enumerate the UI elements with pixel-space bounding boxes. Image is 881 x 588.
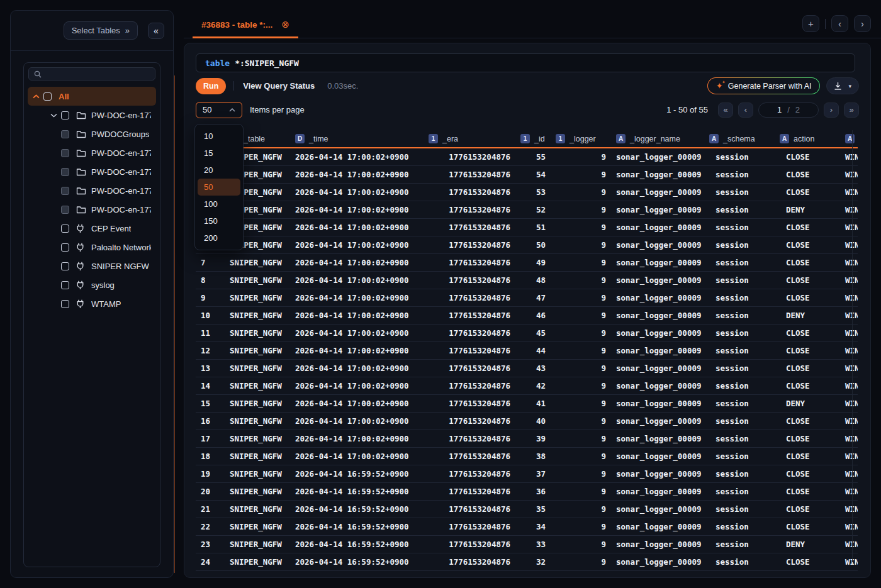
table-row[interactable]: 21SNIPER_NGFW2026-04-14 16:59:52+0900177…	[196, 501, 858, 518]
checkbox[interactable]	[61, 281, 69, 289]
chevron-up-icon	[229, 108, 235, 112]
column-header-logger[interactable]: 1_logger	[551, 134, 611, 143]
column-header-action[interactable]: Aaction	[775, 134, 840, 143]
download-options-caret-icon[interactable]: ▾	[848, 83, 851, 89]
vertical-scrollbar[interactable]	[852, 130, 853, 562]
table-row[interactable]: 4SNIPER_NGFW2026-04-14 17:00:02+09001776…	[196, 201, 858, 219]
tree-item-sniper-ngfw[interactable]: SNIPER NGFW	[28, 257, 156, 275]
table-row[interactable]: 22SNIPER_NGFW2026-04-14 16:59:52+0900177…	[196, 518, 858, 536]
table-row[interactable]: 10SNIPER_NGFW2026-04-14 17:00:02+0900177…	[196, 307, 858, 325]
items-per-page-select[interactable]: 50	[196, 102, 242, 118]
checkbox[interactable]	[61, 168, 69, 176]
next-page-button[interactable]: ›	[824, 103, 839, 118]
items-per-page-option-150[interactable]: 150	[198, 213, 240, 230]
column-header-schema[interactable]: A_schema	[704, 134, 775, 143]
panel-resizer-handle[interactable]	[174, 75, 175, 573]
items-per-page-option-100[interactable]: 100	[198, 196, 240, 213]
checkbox[interactable]	[61, 262, 69, 270]
collapse-caret-icon[interactable]	[33, 94, 43, 99]
column-header-extra[interactable]: Ac	[840, 134, 858, 143]
tree-item-pw-doc-en-17757[interactable]: PW-DOC-en-17757	[28, 200, 156, 219]
expand-caret-icon[interactable]	[50, 113, 60, 118]
items-per-page-option-20[interactable]: 20	[198, 162, 240, 179]
new-tab-button[interactable]: +	[802, 15, 819, 32]
cell-schema: session	[704, 434, 775, 443]
column-header-era[interactable]: 1_era	[424, 134, 515, 143]
items-per-page-option-200[interactable]: 200	[198, 230, 240, 247]
tree-item-wtamp[interactable]: WTAMP	[28, 294, 156, 313]
checkbox[interactable]	[61, 149, 69, 157]
download-button[interactable]: ▾	[826, 77, 859, 94]
table-row[interactable]: 9SNIPER_NGFW2026-04-14 17:00:02+09001776…	[196, 289, 858, 307]
table-row[interactable]: 19SNIPER_NGFW2026-04-14 16:59:52+0900177…	[196, 465, 858, 483]
table-row[interactable]: 6SNIPER_NGFW2026-04-14 17:00:02+09001776…	[196, 236, 858, 254]
checkbox[interactable]	[61, 243, 69, 252]
checkbox[interactable]	[43, 92, 52, 101]
first-page-button[interactable]: «	[718, 103, 733, 118]
query-input[interactable]: table *:SNIPER_NGFW	[196, 53, 855, 72]
cell-extra: WINS	[840, 346, 858, 355]
items-per-page-option-50[interactable]: 50	[198, 179, 240, 196]
checkbox[interactable]	[61, 300, 69, 308]
tree-item-syslog[interactable]: syslog	[28, 275, 156, 294]
cell-schema: session	[704, 557, 775, 567]
checkbox[interactable]	[61, 111, 69, 119]
table-row[interactable]: 11SNIPER_NGFW2026-04-14 17:00:02+0900177…	[196, 325, 858, 342]
checkbox[interactable]	[61, 225, 69, 233]
table-search-input[interactable]	[45, 70, 150, 79]
cell-extra: WINS	[840, 522, 858, 531]
items-per-page-option-15[interactable]: 15	[198, 145, 240, 162]
cell-action: CLOSE	[775, 170, 840, 179]
prev-page-button[interactable]: ‹	[738, 103, 753, 118]
view-query-status-link[interactable]: View Query Status	[243, 81, 315, 91]
close-tab-icon[interactable]: ⊗	[281, 19, 289, 30]
table-row[interactable]: 14SNIPER_NGFW2026-04-14 17:00:02+0900177…	[196, 377, 858, 395]
last-page-button[interactable]: »	[844, 103, 859, 118]
table-row[interactable]: 3SNIPER_NGFW2026-04-14 17:00:02+09001776…	[196, 184, 858, 201]
scroll-tabs-left-button[interactable]: ‹	[831, 15, 848, 32]
table-row[interactable]: 24SNIPER_NGFW2026-04-14 16:59:52+0900177…	[196, 553, 858, 571]
tree-item-pw-doc-en-17757[interactable]: PW-DOC-en-17757	[28, 106, 156, 125]
table-row[interactable]: 17SNIPER_NGFW2026-04-14 17:00:02+0900177…	[196, 430, 858, 448]
tree-item-pw-doc-en-17757[interactable]: PW-DOC-en-17757	[28, 162, 156, 181]
cell-id: 48	[515, 275, 551, 285]
table-row[interactable]: 16SNIPER_NGFW2026-04-14 17:00:02+0900177…	[196, 413, 858, 430]
table-search[interactable]	[28, 67, 155, 80]
collapse-sidebar-button[interactable]: «	[148, 23, 164, 39]
select-tables-button[interactable]: Select Tables »	[64, 21, 138, 40]
table-row[interactable]: 15SNIPER_NGFW2026-04-14 17:00:02+0900177…	[196, 395, 858, 413]
checkbox[interactable]	[61, 130, 69, 138]
pagination-row: 50 Items per page 1 - 50 of 55 « ‹ 1 / 2	[196, 101, 859, 118]
scroll-tabs-right-button[interactable]: ›	[854, 15, 871, 32]
column-header-time[interactable]: D_time	[290, 134, 424, 143]
tree-item-all[interactable]: All	[28, 87, 156, 106]
table-row[interactable]: 8SNIPER_NGFW2026-04-14 17:00:02+09001776…	[196, 272, 858, 289]
query-tab[interactable]: #36883 - table *:... ⊗	[193, 11, 298, 38]
tree-item-pwdocgroups[interactable]: PWDOCGroups	[28, 125, 156, 143]
active-tab-underline	[193, 36, 298, 38]
table-row[interactable]: 12SNIPER_NGFW2026-04-14 17:00:02+0900177…	[196, 342, 858, 360]
column-header-id[interactable]: 1_id	[515, 134, 551, 143]
items-per-page-option-10[interactable]: 10	[198, 128, 240, 145]
checkbox[interactable]	[61, 206, 69, 214]
cell-id: 35	[515, 504, 551, 514]
run-button[interactable]: Run	[196, 78, 226, 94]
tree-item-pw-doc-en-17757[interactable]: PW-DOC-en-17757	[28, 143, 156, 162]
checkbox[interactable]	[61, 187, 69, 195]
tree-item-pw-doc-en-17757[interactable]: PW-DOC-en-17757	[28, 181, 156, 200]
table-row[interactable]: 5SNIPER_NGFW2026-04-14 17:00:02+09001776…	[196, 219, 858, 236]
table-row[interactable]: 20SNIPER_NGFW2026-04-14 16:59:52+0900177…	[196, 483, 858, 501]
table-row[interactable]: 1SNIPER_NGFW2026-04-14 17:00:02+09001776…	[196, 148, 858, 166]
tree-item-cep-event[interactable]: CEP Event	[28, 219, 156, 238]
table-row[interactable]: 7SNIPER_NGFW2026-04-14 17:00:02+09001776…	[196, 254, 858, 272]
table-row[interactable]: 13SNIPER_NGFW2026-04-14 17:00:02+0900177…	[196, 360, 858, 377]
page-number-field[interactable]: 1 / 2	[758, 103, 819, 118]
table-row[interactable]: 2SNIPER_NGFW2026-04-14 17:00:02+09001776…	[196, 166, 858, 184]
table-row[interactable]: 18SNIPER_NGFW2026-04-14 17:00:02+0900177…	[196, 448, 858, 465]
tree-item-paloalto-networks-n[interactable]: Paloalto Networks N	[28, 238, 156, 257]
generate-parser-button[interactable]: ✦✦ Generate Parser with AI	[707, 77, 821, 94]
cell-table: SNIPER_NGFW	[225, 275, 290, 285]
column-header-logger_name[interactable]: A_logger_name	[611, 134, 704, 143]
table-row[interactable]: 23SNIPER_NGFW2026-04-14 16:59:52+0900177…	[196, 536, 858, 553]
cell-logger_name: sonar_logger_00009	[611, 152, 704, 162]
